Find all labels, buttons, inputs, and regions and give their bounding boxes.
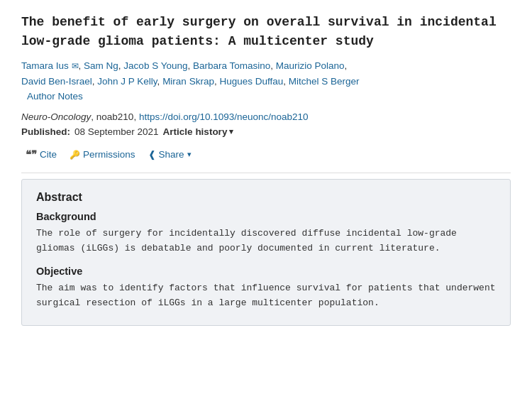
- author-tamara-ius[interactable]: Tamara Ius: [21, 60, 69, 71]
- share-label: Share: [159, 149, 184, 160]
- published-date: 08 September 2021: [74, 126, 159, 137]
- author-jacob-young[interactable]: Jacob S Young: [123, 60, 187, 71]
- toolbar: ❝❞ Cite 🔑 Permissions ❰ Share ▾: [21, 147, 511, 173]
- objective-heading: Objective: [36, 266, 496, 277]
- share-button[interactable]: ❰ Share ▾: [144, 148, 196, 161]
- journal-volume: noab210: [96, 111, 134, 122]
- article-title: The benefit of early surgery on overall …: [21, 13, 511, 51]
- author-sam-ng[interactable]: Sam Ng: [84, 60, 118, 71]
- objective-text: The aim was to identify factors that inf…: [36, 281, 496, 311]
- permissions-button[interactable]: 🔑 Permissions: [65, 148, 140, 161]
- cite-label: Cite: [40, 149, 57, 160]
- doi-link[interactable]: https://doi.org/10.1093/neuonc/noab210: [139, 111, 309, 122]
- author-barbara-tomasino[interactable]: Barbara Tomasino: [193, 60, 270, 71]
- background-heading: Background: [36, 211, 496, 222]
- share-icon: ❰: [148, 149, 156, 160]
- author-miran-skrap[interactable]: Miran Skrap: [162, 76, 214, 87]
- published-label: Published:: [21, 126, 70, 137]
- main-container: The benefit of early surgery on overall …: [0, 0, 532, 339]
- key-icon: 🔑: [70, 150, 80, 160]
- permissions-label: Permissions: [83, 149, 135, 160]
- author-john-kelly[interactable]: John J P Kelly: [97, 76, 157, 87]
- cite-icon: ❝❞: [26, 148, 37, 161]
- author-maurizio-polano[interactable]: Maurizio Polano: [276, 60, 345, 71]
- email-icon: ✉: [72, 61, 79, 71]
- cite-button[interactable]: ❝❞ Cite: [21, 147, 61, 163]
- author-mitchel-berger[interactable]: Mitchel S Berger: [289, 76, 360, 87]
- author-hugues-duffau[interactable]: Hugues Duffau: [219, 76, 283, 87]
- published-line: Published: 08 September 2021 Article his…: [21, 126, 511, 137]
- article-history-chevron: ▾: [229, 127, 233, 136]
- abstract-box: Abstract Background The role of surgery …: [21, 179, 511, 326]
- article-history-button[interactable]: Article history ▾: [163, 126, 234, 137]
- article-history-label: Article history: [163, 126, 228, 137]
- journal-name: Neuro-Oncology: [21, 111, 91, 122]
- authors-line: Tamara Ius ✉, Sam Ng, Jacob S Young, Bar…: [21, 58, 511, 104]
- author-notes-link[interactable]: Author Notes: [27, 89, 83, 104]
- author-david-ben-israel[interactable]: David Ben-Israel: [21, 76, 92, 87]
- abstract-title: Abstract: [36, 191, 496, 204]
- background-text: The role of surgery for incidentally dis…: [36, 226, 496, 256]
- share-chevron: ▾: [187, 150, 192, 159]
- journal-line: Neuro-Oncology, noab210, https://doi.org…: [21, 111, 511, 122]
